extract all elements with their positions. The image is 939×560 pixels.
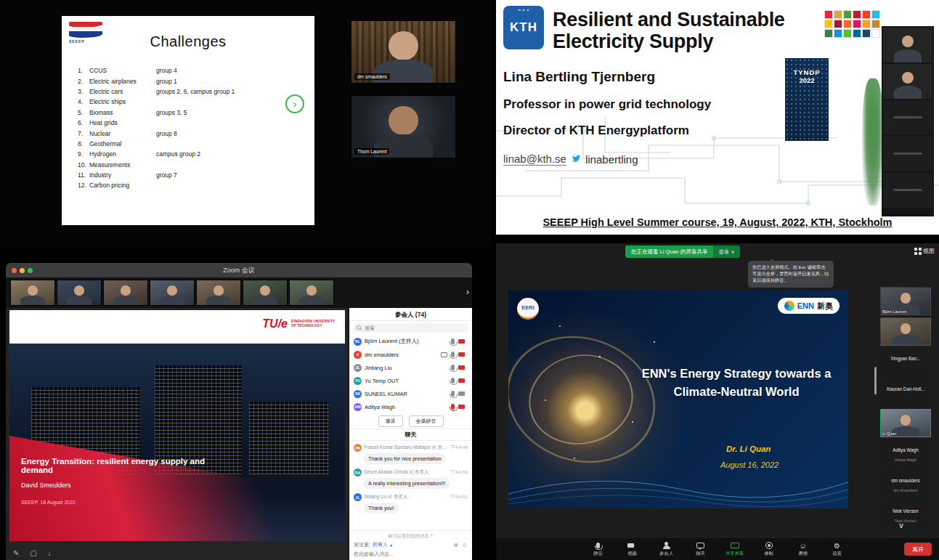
participant-video-tile[interactable]: Xiaoran Dan-Holl... [880, 378, 931, 407]
participant-row[interactable]: SK SUNEEL KUMAR [349, 387, 472, 400]
settings-button[interactable]: ⚙ 设置 [826, 541, 848, 557]
participant-video-tile[interactable] [883, 28, 932, 62]
search-input[interactable] [353, 323, 468, 333]
challenge-label: Biomass [89, 109, 156, 116]
gallery-video-tile[interactable] [243, 280, 288, 306]
scrollbar-thumb[interactable] [874, 367, 877, 394]
share-options-button[interactable]: 选项 ∨ [713, 245, 739, 258]
avatar: JL [354, 493, 362, 501]
challenge-number: 8. [78, 140, 89, 147]
reactions-button[interactable]: ☺ 表情 [792, 541, 814, 557]
gallery-video-tile[interactable] [10, 280, 55, 306]
participants-button[interactable]: 参会人 [656, 541, 678, 557]
sdg-tile [843, 29, 852, 38]
zoom-button[interactable] [28, 268, 33, 273]
chat-icon [696, 543, 704, 548]
challenge-label: Electric cars [89, 88, 156, 95]
participant-name: dm smaulders [881, 478, 930, 484]
gallery-video-tile[interactable] [196, 280, 241, 306]
participant-name-tile[interactable] [883, 173, 932, 208]
participant-status-icons [451, 391, 468, 397]
participant-video-tile[interactable]: dm smaulders dm smaulders [880, 470, 931, 498]
emoji-icon[interactable]: ☺ [462, 542, 468, 548]
challenge-group: group 1 [156, 78, 296, 85]
challenge-number: 9. [78, 150, 89, 158]
sdg-tile [843, 10, 852, 19]
challenge-item: 4. Electric ships [78, 97, 296, 107]
record-button[interactable]: 录制 [758, 541, 780, 557]
search-icon [357, 325, 361, 330]
more-participants-chevron[interactable]: ∨ [898, 521, 904, 530]
share-screen-button[interactable]: 共享屏幕 [724, 541, 746, 557]
challenge-group: groups 3, 5 [156, 109, 296, 116]
title-line-1: ENN's Energy Strategy towards a [630, 365, 842, 383]
challenges-slide: SEEEP Challenges 1. CCUS group 4 2. Elec… [62, 16, 314, 225]
participant-video-tile[interactable]: dm smaulders [351, 20, 456, 84]
person-silhouette [11, 280, 54, 305]
participant-row[interactable]: YU Yu Temp OUT [349, 374, 472, 387]
participant-row[interactable]: AW Aditya Wagh [349, 400, 472, 413]
participant-video-tile[interactable]: Li Quan [880, 409, 931, 437]
challenge-label: CCUS [89, 67, 156, 74]
side-panel: 参会人 (74) BL Björn Laurent (主持人) [349, 308, 472, 560]
gallery-video-tile[interactable] [150, 280, 195, 306]
minimize-button[interactable] [20, 268, 25, 273]
participant-name-tile[interactable] [883, 137, 932, 171]
participant-subname: Aditya Wagh [881, 458, 930, 462]
window-titlebar[interactable]: Zoom 会议 [6, 263, 472, 277]
gallery-next-arrow[interactable]: › [466, 286, 469, 297]
participant-status-icons [451, 338, 468, 344]
person-silhouette [290, 280, 333, 305]
participant-video-tile[interactable]: Niek Viersen Niek Viersen [880, 500, 931, 529]
kth-slide: KTH Resilient and Sustainable Electricit… [496, 0, 939, 235]
annotation-tools[interactable]: ✎ ▢ ↓ [13, 549, 55, 557]
participant-name-tile[interactable] [883, 100, 932, 135]
title-line-1: Resilient and Sustainable [553, 9, 785, 31]
slide-header: TU/e EINDHOVEN UNIVERSITY OF TECHNOLOGY [9, 310, 345, 344]
mute-all-button[interactable]: 全体静音 [409, 415, 444, 427]
camera-icon [627, 543, 634, 548]
participant-video-tile[interactable] [883, 64, 932, 99]
participant-row[interactable]: BL Björn Laurent (主持人) [349, 335, 472, 348]
video-button[interactable]: 视频 [622, 541, 643, 557]
challenge-label: Electric airplanes [89, 78, 156, 85]
view-label: 视图 [923, 247, 935, 255]
leave-meeting-button[interactable]: 离开 [904, 543, 932, 556]
gallery-video-tile[interactable] [57, 280, 102, 306]
chat-message: JL Jinliang Liu 对 所有人: 下午4:51 Thank you! [354, 493, 468, 514]
participants-column: Björn Laurent Xingyan Ban... [880, 287, 931, 531]
chevron-down-icon[interactable]: ▾ [390, 543, 392, 548]
participant-name: Niek Viersen [881, 508, 930, 514]
view-button[interactable]: 视图 [914, 247, 935, 255]
participant-video-tile[interactable]: Thom Laurent [351, 95, 456, 158]
slide-title: Challenges [62, 33, 314, 50]
gallery-video-tile[interactable] [289, 280, 334, 306]
participant-name: SUNEEL KUMAR [365, 391, 448, 397]
traffic-lights [12, 268, 33, 273]
participant-video-tile[interactable]: Aditya Wagh Aditya Wagh [880, 439, 931, 468]
twitter-icon [571, 154, 581, 164]
zoom-share-challenges: SEEEP Challenges 1. CCUS group 4 2. Elec… [0, 0, 492, 248]
invite-button[interactable]: 邀请 [378, 415, 403, 427]
mic-icon [451, 404, 455, 410]
participant-video-tile[interactable] [880, 317, 931, 346]
participant-video-tile[interactable]: Björn Laurent [880, 287, 931, 315]
close-button[interactable] [12, 268, 17, 273]
chat-button[interactable]: 聊天 [690, 541, 712, 557]
mute-button[interactable]: 静音 [588, 541, 609, 557]
avatar: d [354, 351, 362, 359]
participant-row[interactable]: d dm smaulders [349, 348, 472, 361]
chat-privacy-notice: 谁可以看到您的消息？ [354, 533, 468, 540]
gallery-video-tile[interactable] [103, 280, 148, 306]
attach-icon[interactable]: ⊕ [453, 542, 458, 548]
challenge-item: 9. Hydrogen campus group 2 [78, 149, 296, 159]
person-silhouette [881, 318, 930, 345]
chat-input[interactable] [354, 550, 468, 558]
send-to-value[interactable]: 所有人 [373, 541, 388, 548]
sdg-tile [853, 20, 861, 28]
slide-date: August 16, 2022 [720, 460, 779, 469]
challenge-group: groups 2, 6, campus group 1 [156, 88, 296, 95]
grid-view-icon [914, 248, 917, 251]
participant-row[interactable]: JL Jinliang Liu [349, 361, 472, 374]
participant-video-tile[interactable]: Xingyan Ban... [880, 348, 931, 376]
